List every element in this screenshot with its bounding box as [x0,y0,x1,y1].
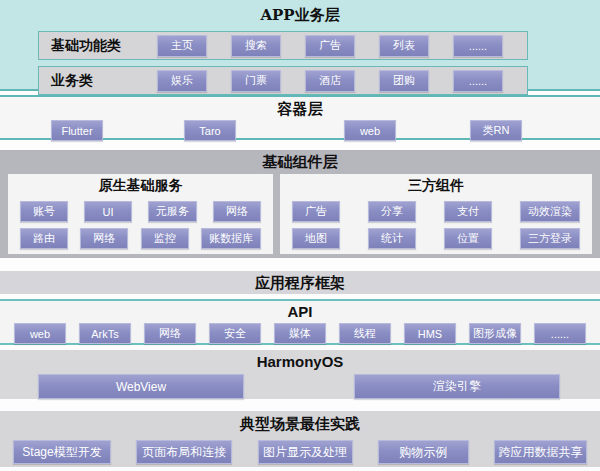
node-list: 列表 [379,35,429,57]
api-title: API [0,302,600,322]
thirdparty-row-1: 广告 分享 支付 动效渲染 [280,201,592,222]
node-share: 分享 [368,201,416,222]
components-layer-title: 基础组件层 [8,152,592,172]
node-webview: WebView [38,374,244,399]
business-nodes: 娱乐 门票 酒店 团购 ...... [157,70,503,92]
node-motion-render: 动效渲染 [520,201,580,222]
node-thirdparty-login: 三方登录 [520,228,580,249]
node-more-business: ...... [453,70,503,92]
basic-function-nodes: 主页 搜索 广告 列表 ...... [157,35,503,57]
node-api-graphics: 图形成像 [469,323,521,344]
node-map: 地图 [292,228,340,249]
node-render-engine: 渲染引擎 [354,374,560,399]
node-api-security: 安全 [209,323,261,344]
container-nodes: Flutter Taro web 类RN [0,120,600,141]
node-ad: 广告 [292,201,340,222]
node-tickets: 门票 [231,70,281,92]
api-nodes: web ArkTs 网络 安全 媒体 线程 HMS 图形成像 ...... [0,323,600,344]
harmonyos-layer: HarmonyOS WebView 渲染引擎 [0,350,600,399]
thirdparty-components-title: 三方组件 [280,176,592,195]
node-groupbuy: 团购 [379,70,429,92]
node-metaservice: 元服务 [148,201,197,222]
node-account-db: 账数据库 [201,228,261,249]
node-payment: 支付 [444,201,492,222]
application-framework-layer: 应用程序框架 [0,271,600,294]
node-image-display: 图片显示及处理 [258,440,353,464]
node-api-network: 网络 [144,323,196,344]
node-api-more: ...... [534,323,586,344]
api-layer: API web ArkTs 网络 安全 媒体 线程 HMS 图形成像 .....… [0,299,600,345]
node-ads: 广告 [305,35,355,57]
best-practices-layer: 典型场景最佳实践 Stage模型开发 页面布局和连接 图片显示及处理 购物示例 … [0,411,600,467]
node-hotel: 酒店 [305,70,355,92]
container-layer: 容器层 Flutter Taro web 类RN [0,95,600,140]
harmonyos-title: HarmonyOS [0,352,600,372]
node-network-2: 网络 [80,228,128,249]
node-api-arkts: ArkTs [79,323,131,344]
node-monitor: 监控 [141,228,189,249]
app-business-layer: APP业务层 基础功能类 主页 搜索 广告 列表 ...... 业务类 娱乐 门… [0,0,600,91]
components-panels: 原生基础服务 账号 UI 元服务 网络 路由 网络 监控 账数据库 三方组件 广… [8,174,592,254]
node-shopping-example: 购物示例 [378,440,469,464]
native-services-panel: 原生基础服务 账号 UI 元服务 网络 路由 网络 监控 账数据库 [8,174,273,254]
architecture-diagram: APP业务层 基础功能类 主页 搜索 广告 列表 ...... 业务类 娱乐 门… [0,0,600,471]
harmonyos-nodes: WebView 渲染引擎 [0,374,600,399]
thirdparty-components-panel: 三方组件 广告 分享 支付 动效渲染 地图 统计 位置 三方登录 [280,174,592,254]
best-practices-title: 典型场景最佳实践 [0,414,600,434]
business-row: 业务类 娱乐 门票 酒店 团购 ...... [38,66,528,95]
node-cross-app-sharing: 跨应用数据共享 [494,440,587,464]
node-router: 路由 [20,228,68,249]
basic-function-label: 基础功能类 [39,37,157,55]
container-layer-title: 容器层 [0,99,600,119]
business-label: 业务类 [39,72,157,90]
node-api-thread: 线程 [339,323,391,344]
node-more-functions: ...... [453,35,503,57]
node-stage-model: Stage模型开发 [13,440,111,464]
node-entertainment: 娱乐 [157,70,207,92]
node-statistics: 统计 [368,228,416,249]
node-home: 主页 [157,35,207,57]
node-api-web: web [14,323,66,344]
node-ui: UI [84,201,132,222]
node-flutter: Flutter [51,120,103,141]
node-taro: Taro [184,120,236,141]
basic-components-layer: 基础组件层 原生基础服务 账号 UI 元服务 网络 路由 网络 监控 账数据库 [0,150,600,258]
node-api-media: 媒体 [274,323,326,344]
native-services-title: 原生基础服务 [8,176,273,195]
thirdparty-row-2: 地图 统计 位置 三方登录 [280,228,592,249]
app-layer-title: APP业务层 [0,5,600,25]
node-web: web [344,120,396,141]
node-page-layout: 页面布局和连接 [136,440,232,464]
native-services-row-1: 账号 UI 元服务 网络 [8,201,273,222]
native-services-row-2: 路由 网络 监控 账数据库 [8,228,273,249]
node-location: 位置 [444,228,492,249]
practice-nodes: Stage模型开发 页面布局和连接 图片显示及处理 购物示例 跨应用数据共享 [0,440,600,464]
node-search: 搜索 [231,35,281,57]
node-account: 账号 [20,201,68,222]
framework-title: 应用程序框架 [255,273,345,293]
node-api-hms: HMS [404,323,456,344]
node-rn-like: 类RN [470,120,522,141]
basic-function-row: 基础功能类 主页 搜索 广告 列表 ...... [38,31,528,60]
node-network-1: 网络 [213,201,261,222]
